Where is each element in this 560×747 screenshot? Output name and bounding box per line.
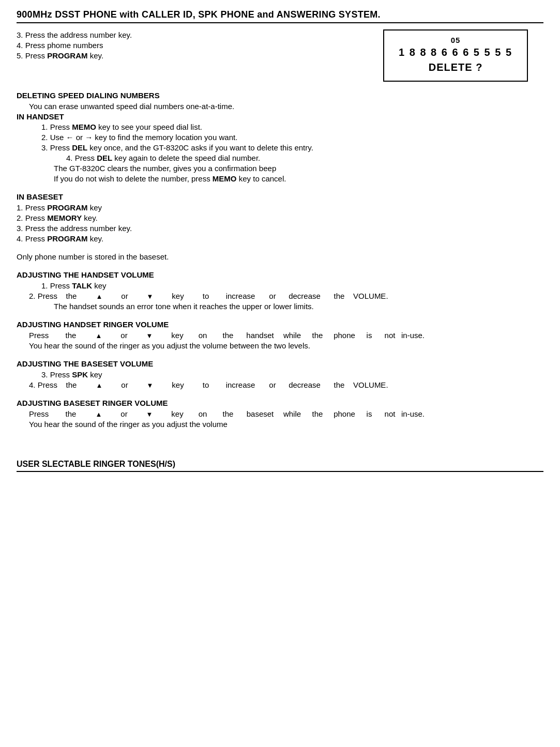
step2-increase: increase: [220, 292, 261, 300]
hr-phone: phone: [329, 331, 360, 340]
program-bold-2: PROGRAM: [47, 203, 87, 212]
bv-decrease: decrease: [284, 380, 325, 389]
br-the3: the: [306, 409, 329, 418]
br-the: the: [57, 409, 85, 418]
handset-volume-step2: 2. Press the ▲ or ▼ key to increase or d…: [29, 292, 543, 300]
br-on: on: [191, 409, 214, 418]
deleting-note1: The GT-8320C clears the number, gives yo…: [54, 164, 543, 173]
step2-down-arrow: ▼: [136, 293, 164, 300]
del-bold-2: DEL: [97, 154, 112, 162]
baseset-step-2: 2. Press MEMORY key.: [17, 214, 543, 222]
bv-the2: the: [325, 380, 353, 389]
handset-volume-heading: ADJUSTING THE HANDSET VOLUME: [17, 270, 543, 279]
deleting-heading: DELETING SPEED DIALING NUMBERS: [17, 91, 543, 100]
step2-the: the: [57, 292, 85, 300]
step2-up-arrow: ▲: [85, 293, 113, 300]
baseset-step-3: 3. Press the address number key.: [17, 224, 543, 233]
hr-while: while: [278, 331, 306, 340]
step2-key: key: [164, 292, 192, 300]
program-bold-1: PROGRAM: [47, 51, 87, 60]
bv-or: or: [113, 380, 136, 389]
in-handset-label: IN HANDSET: [17, 112, 543, 121]
memory-bold: MEMORY: [47, 214, 82, 222]
talk-bold: TALK: [72, 281, 92, 290]
hr-down-arrow: ▼: [135, 332, 163, 340]
deleting-note2: If you do not wish to delete the number,…: [54, 174, 543, 183]
br-baseset: baseset: [242, 409, 278, 418]
step2-press: 2. Press: [29, 292, 57, 300]
br-not: not: [379, 409, 401, 418]
spk-bold: SPK: [72, 370, 88, 379]
bv-or2: or: [261, 380, 284, 389]
br-press: Press: [29, 409, 57, 418]
display-delete: DELETE ?: [399, 62, 512, 73]
display-phone-number: 1 8 8 8 6 6 6 5 5 5 5: [399, 47, 512, 58]
handset-volume-note: The handset sounds an error tone when it…: [54, 302, 543, 311]
page-title: 900MHz DSST PHONE with CALLER ID, SPK PH…: [17, 9, 543, 23]
hr-inuse: in-use.: [401, 331, 432, 340]
br-while: while: [278, 409, 306, 418]
br-the2: the: [214, 409, 242, 418]
hr-the2: the: [214, 331, 242, 340]
hr-on: on: [191, 331, 214, 340]
bv-volume: VOLUME.: [353, 380, 395, 389]
handset-ringer-note: You hear the sound of the ringer as you …: [29, 341, 543, 350]
handset-ringer-line: Press the ▲ or ▼ key on the handset whil…: [29, 331, 543, 340]
handset-ringer-heading: ADJUSTING HANDSET RINGER VOLUME: [17, 320, 543, 329]
hr-or: or: [113, 331, 135, 340]
display-number-label: 05: [399, 36, 512, 44]
hr-up-arrow: ▲: [85, 332, 113, 340]
baseset-ringer-heading: ADJUSTING BASESET RINGER VOLUME: [17, 399, 543, 407]
hr-is: is: [360, 331, 379, 340]
bv-to: to: [192, 380, 220, 389]
br-key: key: [163, 409, 191, 418]
baseset-ringer-note: You hear the sound of the ringer as you …: [29, 420, 543, 429]
del-bold-1: DEL: [72, 143, 87, 152]
bv-down-arrow: ▼: [136, 382, 164, 389]
handset-step-4: 4. Press DEL key again to delete the spe…: [66, 154, 543, 162]
hr-handset: handset: [242, 331, 278, 340]
br-up-arrow: ▲: [85, 410, 113, 418]
br-inuse: in-use.: [401, 409, 432, 418]
baseset-step-4: 4. Press PROGRAM key.: [17, 234, 543, 243]
step2-to: to: [192, 292, 220, 300]
step2-or2: or: [261, 292, 284, 300]
br-is: is: [360, 409, 379, 418]
baseset-volume-heading: ADJUSTING THE BASESET VOLUME: [17, 359, 543, 368]
baseset-ringer-line: Press the ▲ or ▼ key on the baseset whil…: [29, 409, 543, 418]
br-phone: phone: [329, 409, 360, 418]
handset-volume-step1: 1. Press TALK key: [41, 281, 543, 290]
baseset-volume-step3: 3. Press SPK key: [41, 370, 543, 379]
memo-bold-1: MEMO: [72, 123, 96, 131]
step2-volume: VOLUME.: [353, 292, 395, 300]
step2-the2: the: [325, 292, 353, 300]
in-baseset-heading: IN BASESET: [17, 192, 543, 201]
bv-the: the: [57, 380, 85, 389]
step2-decrease: decrease: [284, 292, 325, 300]
bv-press: 4. Press: [29, 380, 57, 389]
hr-the: the: [57, 331, 85, 340]
memo-bold-2: MEMO: [213, 174, 237, 183]
display-box: 05 1 8 8 8 6 6 6 5 5 5 5 DELETE ?: [383, 29, 528, 82]
handset-step-3: 3. Press DEL key once, and the GT-8320C …: [41, 143, 543, 152]
baseset-volume-step4: 4. Press the ▲ or ▼ key to increase or d…: [29, 380, 543, 389]
deleting-intro: You can erase unwanted speed dial number…: [29, 102, 543, 111]
baseset-note: Only phone number is stored in the bases…: [17, 252, 543, 261]
bv-up-arrow: ▲: [85, 382, 113, 389]
bv-increase: increase: [220, 380, 261, 389]
handset-step-1: 1. Press MEMO key to see your speed dial…: [41, 123, 543, 131]
user-tones-heading: USER SLECTABLE RINGER TONES(H/S): [17, 460, 543, 472]
handset-step-2: 2. Use ← or → key to find the memory loc…: [41, 133, 543, 142]
hr-the3: the: [306, 331, 329, 340]
hr-press: Press: [29, 331, 57, 340]
hr-not: not: [379, 331, 401, 340]
step2-or: or: [113, 292, 136, 300]
br-or: or: [113, 409, 135, 418]
hr-key: key: [163, 331, 191, 340]
br-down-arrow: ▼: [135, 410, 163, 418]
baseset-step-1: 1. Press PROGRAM key: [17, 203, 543, 212]
program-bold-3: PROGRAM: [47, 234, 87, 243]
bv-key: key: [164, 380, 192, 389]
